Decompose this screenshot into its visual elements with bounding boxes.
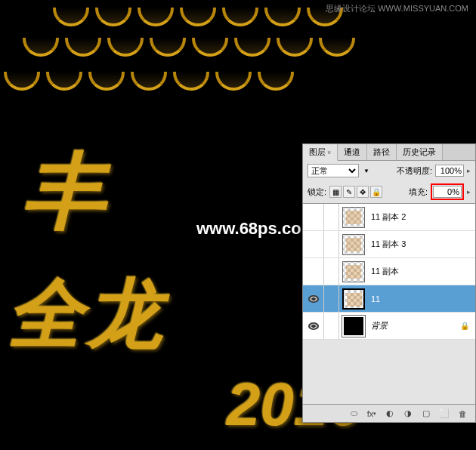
- new-layer-icon[interactable]: ⬜: [437, 408, 451, 420]
- visibility-toggle[interactable]: [303, 204, 324, 230]
- blend-mode-select[interactable]: 正常: [308, 164, 359, 177]
- layer-thumbnail[interactable]: [342, 261, 365, 282]
- layer-name[interactable]: 11 副本 2: [368, 211, 475, 223]
- layers-panel: 图层× 通道 路径 历史记录 正常 ▼ 不透明度: ▸ 锁定: ▦ ✎ ✥ 🔒 …: [302, 143, 476, 423]
- visibility-toggle[interactable]: [303, 313, 324, 339]
- lock-transparency-icon[interactable]: ▦: [329, 186, 342, 198]
- lock-position-icon[interactable]: ✥: [357, 186, 369, 198]
- layer-row[interactable]: 11 副本: [303, 258, 475, 285]
- panel-tabs: 图层× 通道 路径 历史记录: [303, 144, 475, 161]
- opacity-input[interactable]: [435, 165, 464, 177]
- link-layers-icon[interactable]: ⬭: [347, 408, 360, 420]
- layer-name[interactable]: 11 副本: [368, 266, 475, 277]
- watermark-top: 思缘设计论坛 WWW.MISSYUAN.COM: [326, 3, 468, 14]
- tab-layers[interactable]: 图层×: [303, 144, 338, 161]
- tab-channels[interactable]: 通道: [338, 144, 367, 160]
- lock-icon: 🔒: [460, 322, 475, 330]
- mask-icon[interactable]: ◐: [383, 408, 397, 420]
- fill-input[interactable]: [433, 186, 462, 198]
- link-col[interactable]: [324, 204, 339, 230]
- link-col[interactable]: [324, 231, 339, 257]
- layer-name[interactable]: 背景: [368, 320, 460, 331]
- layer-row-selected[interactable]: 11: [303, 285, 475, 313]
- opacity-label: 不透明度:: [397, 165, 432, 177]
- tab-close-icon[interactable]: ×: [327, 149, 331, 156]
- link-col[interactable]: [324, 258, 339, 285]
- gold-text-main: 丰: [23, 136, 113, 248]
- tab-paths[interactable]: 路径: [367, 144, 397, 160]
- layer-name[interactable]: 11 副本 3: [368, 239, 475, 250]
- watermark-center: www.68ps.com: [196, 219, 316, 239]
- lock-all-icon[interactable]: 🔒: [370, 186, 382, 198]
- opacity-arrow-icon[interactable]: ▸: [467, 167, 471, 174]
- layer-thumbnail[interactable]: [342, 288, 365, 310]
- folder-icon[interactable]: ▢: [419, 408, 433, 420]
- eye-icon: [308, 322, 319, 330]
- lock-fill-row: 锁定: ▦ ✎ ✥ 🔒 填充: ▸: [303, 180, 475, 203]
- fill-arrow-icon[interactable]: ▸: [467, 188, 471, 196]
- adjustment-icon[interactable]: ◑: [401, 408, 415, 420]
- trash-icon[interactable]: 🗑: [456, 408, 469, 420]
- lock-label: 锁定:: [308, 186, 326, 198]
- gold-text-sub: 全龙: [8, 264, 166, 366]
- blend-opacity-row: 正常 ▼ 不透明度: ▸: [303, 161, 475, 180]
- layer-row-background[interactable]: 背景 🔒: [303, 313, 475, 340]
- tab-history[interactable]: 历史记录: [397, 144, 443, 160]
- layer-row[interactable]: 11 副本 3: [303, 231, 475, 258]
- layer-thumbnail[interactable]: [342, 234, 365, 255]
- fill-highlight: [431, 183, 464, 200]
- visibility-toggle[interactable]: [303, 285, 324, 312]
- link-col[interactable]: [324, 313, 339, 339]
- fx-icon[interactable]: fx▾: [365, 408, 379, 420]
- eye-icon: [308, 295, 319, 303]
- panel-footer: ⬭ fx▾ ◐ ◑ ▢ ⬜ 🗑: [303, 404, 475, 422]
- lock-pixels-icon[interactable]: ✎: [343, 186, 355, 198]
- fill-label: 填充:: [409, 186, 428, 198]
- layer-thumbnail[interactable]: [342, 316, 365, 337]
- layers-list: 11 副本 2 11 副本 3 11 副本 11 背景 🔒: [303, 203, 475, 340]
- layer-name[interactable]: 11: [368, 294, 475, 304]
- visibility-toggle[interactable]: [303, 258, 324, 285]
- visibility-toggle[interactable]: [303, 231, 324, 257]
- blend-dropdown-icon[interactable]: ▼: [362, 168, 371, 174]
- link-col[interactable]: [324, 285, 339, 312]
- layer-row[interactable]: 11 副本 2: [303, 204, 475, 231]
- layer-thumbnail[interactable]: [342, 207, 365, 228]
